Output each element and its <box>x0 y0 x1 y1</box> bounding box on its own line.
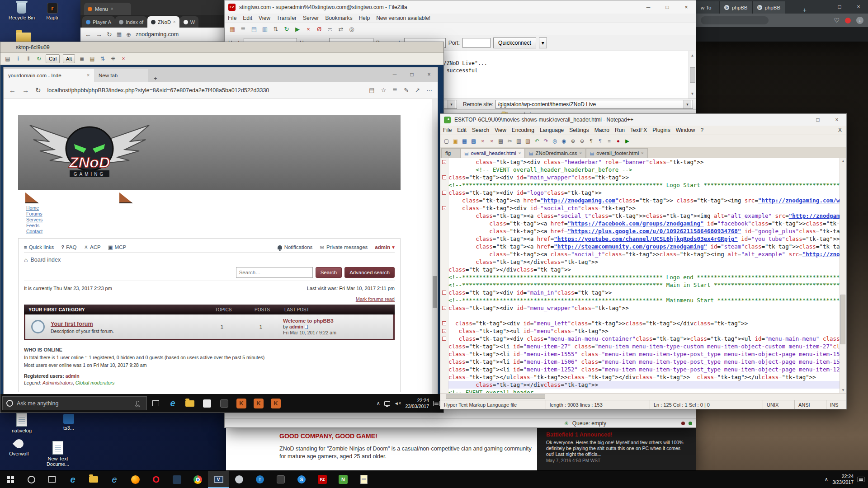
page-scrollbar[interactable] <box>432 99 438 394</box>
address-text[interactable]: localhost/phpbb/phpBB3/index.php?style=8… <box>47 87 363 94</box>
nav-link[interactable]: Servers <box>26 217 42 222</box>
code-line[interactable]: - class="tk-tag"><div id="menu_left"clas… <box>440 319 840 327</box>
menu-item[interactable]: TextFX <box>627 127 650 133</box>
menu-item[interactable]: Settings <box>566 127 591 133</box>
menu-item[interactable]: Edit <box>240 15 255 21</box>
address-text[interactable]: znodgaming.com <box>136 31 179 38</box>
find-icon[interactable]: ◎ <box>551 137 559 145</box>
clock[interactable]: 22:24 3/23/2017 <box>832 474 854 485</box>
file-explorer-icon[interactable] <box>83 471 104 488</box>
menu-item[interactable]: Help <box>355 15 373 21</box>
dark-app-icon-2[interactable] <box>270 471 291 488</box>
desktop-icon-nativelog[interactable]: nativelog <box>4 413 40 433</box>
replace-icon[interactable]: ◉ <box>560 137 568 145</box>
menu-item[interactable]: Encoding <box>509 127 537 133</box>
ctrl-key-button[interactable]: Ctrl <box>45 54 61 63</box>
chrome-icon[interactable] <box>187 471 208 488</box>
code-line[interactable]: class="tk-tag"></divclass="tk-tag">> <box>440 258 840 266</box>
minimize-button[interactable]: ─ <box>811 0 830 14</box>
show-symbols-icon[interactable]: ¶ <box>596 137 604 145</box>
code-line[interactable]: class="tk-tag"><a href="https://plus.goo… <box>440 227 840 235</box>
code-line[interactable]: class="tk-tag"><li id="menu-item-1506" c… <box>440 358 840 366</box>
log-scrollbar[interactable]: ▲ ▼ <box>689 51 696 99</box>
chevron-down-icon[interactable]: ▾ <box>684 100 691 108</box>
vnc-titlebar[interactable]: sktop-6cl9u09 <box>0 42 443 53</box>
back-icon[interactable]: ← <box>85 31 91 38</box>
web-note-icon[interactable]: ✎ <box>404 87 409 94</box>
connection-options-icon[interactable]: ▤ <box>3 54 12 63</box>
refresh-icon[interactable]: ↻ <box>282 24 292 34</box>
port-input[interactable] <box>462 38 491 48</box>
remote-site-combobox[interactable]: /gigatalon/wp-content/themes/ZNoD Live ▾ <box>495 100 693 109</box>
refresh-icon[interactable]: ↻ <box>35 86 41 94</box>
code-line[interactable]: class="tk-tag"><li id="menu-item-1555" c… <box>440 350 840 358</box>
settings-icon[interactable]: ✳ <box>108 54 118 63</box>
menu-item[interactable]: File <box>225 15 240 21</box>
orange-app-icon-2[interactable]: K K <box>250 394 267 413</box>
code-line[interactable]: class="tk-tag"><li id="menu-item-1252" c… <box>440 366 840 373</box>
action-center-icon[interactable] <box>433 401 440 406</box>
maximize-button[interactable]: □ <box>403 67 420 82</box>
advanced-search-button[interactable]: Advanced search <box>344 267 395 278</box>
code-line[interactable]: class="tk-tag"><a href="http://steamcomm… <box>440 243 840 250</box>
code-line[interactable]: <!--************************************… <box>440 273 840 281</box>
nav-link[interactable]: Forums <box>26 211 42 216</box>
word-wrap-icon[interactable]: ¶ <box>587 137 595 145</box>
tab-close-icon[interactable]: × <box>111 6 113 11</box>
store-icon[interactable] <box>198 394 216 413</box>
code-line[interactable]: class="tk-tag"><a href="https://facebook… <box>440 220 840 227</box>
scroll-down-icon[interactable]: ▼ <box>691 90 693 98</box>
zoom-in-icon[interactable]: ⊕ <box>569 137 577 145</box>
doc-close-button[interactable]: X <box>835 127 846 133</box>
menu-item[interactable]: Search <box>469 127 492 133</box>
dark-app-icon[interactable] <box>216 394 233 413</box>
volume-muted-icon[interactable]: ◄× <box>394 401 401 406</box>
menu-item[interactable]: Server <box>300 15 322 21</box>
cut-icon[interactable]: ✂ <box>505 137 514 145</box>
refresh-icon[interactable]: ↻ <box>107 31 112 38</box>
sync-browsing-icon[interactable]: ⇄ <box>336 24 346 34</box>
code-line[interactable]: class="tk-tag"><a href="https://youtube.… <box>440 235 840 243</box>
acp-link[interactable]: ✳ACP <box>84 244 100 250</box>
browser-tab[interactable]: ZNoD × <box>147 16 179 28</box>
close-button[interactable]: × <box>677 0 696 14</box>
disconnect-icon[interactable]: Ø <box>314 24 324 34</box>
menu-item[interactable]: Language <box>537 127 566 133</box>
tray-expand-icon[interactable]: ∧ <box>824 476 828 483</box>
back-icon[interactable]: ← <box>9 86 16 94</box>
mark-forums-read-link[interactable]: Mark forums read <box>356 296 395 302</box>
disconnect-icon[interactable]: × <box>119 54 128 63</box>
filezilla-titlebar[interactable]: FZ stingtwo.com - superadmin%40stingtwo.… <box>225 0 696 14</box>
pause-icon[interactable]: ‖ <box>24 54 33 63</box>
edge-icon[interactable]: e <box>164 394 181 413</box>
steam-icon[interactable] <box>229 471 250 488</box>
code-line[interactable]: <!--************************************… <box>440 281 840 289</box>
network-icon[interactable] <box>384 401 390 406</box>
record-macro-icon[interactable]: ● <box>614 137 623 145</box>
ctrl-alt-del-icon[interactable]: ≣ <box>77 54 86 63</box>
code-line[interactable]: class="tk-tag"><a class="social_t"class=… <box>440 250 840 258</box>
thunderbird-icon[interactable]: t t <box>250 471 270 488</box>
document-tab[interactable]: ▤ overall_footer.html × <box>586 148 648 158</box>
lastpost-link[interactable]: Welcome to phpBB3 <box>283 318 393 324</box>
tab-close-icon[interactable]: × <box>173 19 176 24</box>
open-file-icon[interactable]: ▣ <box>451 137 460 145</box>
desktop-icon-raptr[interactable]: r Raptr <box>34 3 71 20</box>
find-files-icon[interactable]: ◎ <box>347 24 357 34</box>
scroll-up-icon[interactable]: ▲ <box>841 159 845 163</box>
cancel-icon[interactable]: × <box>303 24 313 34</box>
code-line[interactable]: -class="tk-tag"><div id="logo"class="tk-… <box>440 189 840 197</box>
menu-item[interactable]: New version available! <box>373 15 434 21</box>
code-line[interactable]: -class="tk-tag"><div id="main_in"class="… <box>440 289 840 296</box>
hub-icon[interactable]: ≣ <box>392 87 397 94</box>
code-line[interactable]: - class="tk-tag"><div id="social_ctn"cla… <box>440 204 840 212</box>
new-tab-button[interactable]: + <box>798 6 811 14</box>
ie-icon[interactable]: e <box>104 471 125 488</box>
lastpost-user[interactable]: admin <box>289 324 303 329</box>
browser-tab[interactable]: W <box>180 16 198 28</box>
reading-view-icon[interactable]: ▤ <box>369 87 374 94</box>
quickconnect-dropdown-button[interactable]: ▾ <box>539 38 547 48</box>
address-bar[interactable] <box>701 16 769 24</box>
task-view-button[interactable] <box>147 394 164 413</box>
notepad-icon[interactable] <box>354 471 374 488</box>
